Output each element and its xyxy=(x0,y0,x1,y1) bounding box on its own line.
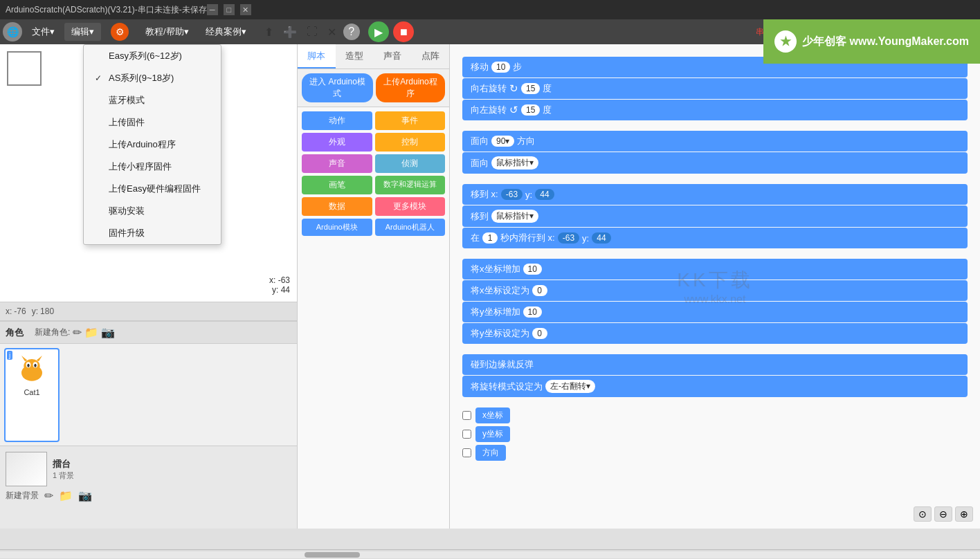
new-backdrop-upload-button[interactable]: 📁 xyxy=(59,489,73,502)
block-set-x[interactable]: 将x坐标设定为 0 xyxy=(462,280,968,301)
sprite-item-cat1[interactable]: j Cat1 xyxy=(4,348,60,442)
set-x-val[interactable]: 0 xyxy=(532,285,547,296)
block-change-x[interactable]: 将x坐标增加 10 xyxy=(462,259,968,280)
scrollbar-thumb[interactable] xyxy=(305,552,360,558)
point-dir-val[interactable]: 90▾ xyxy=(491,136,514,147)
dropdown-item-upload-mini[interactable]: 上传小程序固件 xyxy=(84,156,221,178)
dropdown-item-upload-easy[interactable]: 上传Easy硬件编程固件 xyxy=(84,178,221,200)
block-point-dir[interactable]: 面向 90▾ 方向 xyxy=(462,131,968,152)
dropdown-item-driver-install[interactable]: 驱动安装 xyxy=(84,200,221,222)
app-title: ArduinoScratch(ADScratch)(V3.21)-串口未连接-未… xyxy=(6,4,207,16)
cat-drawing[interactable]: 画笔 xyxy=(302,176,372,194)
block-bounce[interactable]: 碰到边缘就反弹 xyxy=(462,354,968,375)
cat-motion[interactable]: 动作 xyxy=(302,111,372,130)
zoom-out-button[interactable]: ⊖ xyxy=(934,506,952,522)
brand-logo: ★ 少年创客 www.YoungMaker.com xyxy=(763,19,980,64)
glide-y-val[interactable]: 44 xyxy=(592,232,610,244)
glide-time-val[interactable]: 1 xyxy=(482,232,498,244)
menu-tutorial[interactable]: 教程/帮助▾ xyxy=(138,23,196,41)
goto-x-val[interactable]: -63 xyxy=(501,189,523,200)
dropdown-item-as918[interactable]: ✓ AS系列(9~18岁) xyxy=(84,67,221,89)
checkbox-x-pos-input[interactable] xyxy=(462,411,471,420)
zoom-in-button[interactable]: ⊕ xyxy=(955,506,973,522)
cat-arduinorobot[interactable]: Arduino机器人 xyxy=(375,219,446,236)
stop-button[interactable]: ⏹ xyxy=(393,21,414,42)
cat-looks[interactable]: 外观 xyxy=(302,133,372,152)
tab-sound[interactable]: 声音 xyxy=(374,44,412,68)
tab-scripts[interactable]: 脚本 xyxy=(298,44,336,68)
cat-control[interactable]: 控制 xyxy=(375,133,446,152)
goto-y-val[interactable]: 44 xyxy=(535,189,554,200)
new-backdrop-paint-button[interactable]: ✏ xyxy=(44,489,53,502)
help-icon[interactable]: ? xyxy=(343,24,360,40)
checkbox-y-pos: y坐标 xyxy=(462,426,968,442)
upload-icon[interactable]: ⬆ xyxy=(262,23,276,42)
stage-new-label: 新建背景 xyxy=(6,490,39,502)
move-val[interactable]: 10 xyxy=(491,62,510,73)
turn-left-val[interactable]: 15 xyxy=(521,104,540,116)
minimize-button[interactable]: ─ xyxy=(207,4,218,15)
block-set-y[interactable]: 将y坐标设定为 0 xyxy=(462,323,968,344)
scrollbar-horizontal[interactable] xyxy=(0,551,980,558)
blocks-panel: 脚本 造型 声音 点阵 进入 Arduino模式 上传Arduino程序 动作 … xyxy=(298,44,450,529)
green-flag-button[interactable]: ▶ xyxy=(368,21,389,42)
brand-text: 少年创客 www.YoungMaker.com xyxy=(802,35,969,49)
maximize-button[interactable]: □ xyxy=(224,4,235,15)
zoom-reset-button[interactable]: ⊙ xyxy=(914,506,932,522)
svg-marker-15 xyxy=(21,356,27,361)
glide-x-val[interactable]: -63 xyxy=(558,232,579,244)
menu-connect[interactable]: ⚙ xyxy=(104,20,136,44)
block-goto-xy[interactable]: 移到 x: -63 y: 44 xyxy=(462,184,968,205)
cat-arduinomod[interactable]: Arduino模块 xyxy=(302,219,372,236)
block-set-rotation[interactable]: 将旋转模式设定为 左-右翻转▾ xyxy=(462,376,968,397)
new-sprite-upload-button[interactable]: 📁 xyxy=(84,326,98,339)
change-y-val[interactable]: 10 xyxy=(523,306,542,318)
dropdown-item-bluetooth[interactable]: 蓝牙模式 xyxy=(84,89,221,111)
cat-mathlogic[interactable]: 数字和逻辑运算 xyxy=(375,176,446,194)
point-mouse-val[interactable]: 鼠标指针▾ xyxy=(491,156,538,169)
set-y-val[interactable]: 0 xyxy=(532,328,547,339)
sprites-label: 角色 xyxy=(6,327,24,339)
dropdown-item-easy612[interactable]: Easy系列(6~12岁) xyxy=(84,45,221,67)
cat-moreblocks[interactable]: 更多模块 xyxy=(375,197,446,216)
change-x-val[interactable]: 10 xyxy=(523,264,542,275)
turn-right-val[interactable]: 15 xyxy=(521,83,540,94)
checkbox-direction-input[interactable] xyxy=(462,448,471,457)
connect-icon[interactable]: ⚙ xyxy=(111,23,129,41)
block-goto-mouse[interactable]: 移到 鼠标指针▾ xyxy=(462,205,968,227)
close-button[interactable]: ✕ xyxy=(240,4,251,15)
cat-events[interactable]: 事件 xyxy=(375,111,446,130)
checkbox-y-pos-input[interactable] xyxy=(462,430,471,439)
block-turn-left[interactable]: 向左旋转 ↺ 15 度 xyxy=(462,100,968,120)
new-backdrop-camera-button[interactable]: 📷 xyxy=(78,489,92,502)
close2-icon[interactable]: ✕ xyxy=(325,23,339,42)
new-sprite-paint-button[interactable]: ✏ xyxy=(73,326,82,339)
block-turn-right[interactable]: 向右旋转 ↻ 15 度 xyxy=(462,78,968,99)
menu-edit[interactable]: 编辑▾ xyxy=(64,23,101,41)
block-point-mouse[interactable]: 面向 鼠标指针▾ xyxy=(462,152,968,174)
logo-icon: ★ xyxy=(774,30,797,53)
svg-point-19 xyxy=(27,364,29,367)
coords-display: x: -63 y: 44 xyxy=(269,275,290,295)
add-icon[interactable]: ➕ xyxy=(280,23,300,42)
cat-sensing[interactable]: 侦测 xyxy=(375,154,446,173)
rotation-mode-val[interactable]: 左-右翻转▾ xyxy=(545,380,595,393)
new-sprite-camera-button[interactable]: 📷 xyxy=(101,326,115,339)
dropdown-item-upload-firmware[interactable]: 上传固件 xyxy=(84,111,221,134)
dropdown-item-firmware-upgrade[interactable]: 固件升级 xyxy=(84,222,221,244)
upload-arduino-button[interactable]: 上传Arduino程序 xyxy=(376,73,445,102)
block-change-y[interactable]: 将y坐标增加 10 xyxy=(462,302,968,322)
language-icon[interactable]: 🌐 xyxy=(3,22,22,42)
tab-matrix[interactable]: 点阵 xyxy=(411,44,449,68)
fullscreen-icon[interactable]: ⛶ xyxy=(304,23,320,41)
tab-costumes[interactable]: 造型 xyxy=(336,44,374,68)
block-glide[interactable]: 在 1 秒内滑行到 x: -63 y: 44 xyxy=(462,228,968,248)
dropdown-item-upload-arduino[interactable]: 上传Arduino程序 xyxy=(84,134,221,156)
menu-file[interactable]: 文件▾ xyxy=(25,23,62,41)
cat-sound[interactable]: 声音 xyxy=(302,154,372,173)
cat-data[interactable]: 数据 xyxy=(302,197,372,216)
scripts-area[interactable]: KK下载 www.kkx.net 移动 10 步 向右旋转 xyxy=(450,44,980,529)
arduino-mode-button[interactable]: 进入 Arduino模式 xyxy=(302,73,373,102)
menu-examples[interactable]: 经典案例▾ xyxy=(199,23,253,41)
goto-mouse-val[interactable]: 鼠标指针▾ xyxy=(491,210,538,223)
